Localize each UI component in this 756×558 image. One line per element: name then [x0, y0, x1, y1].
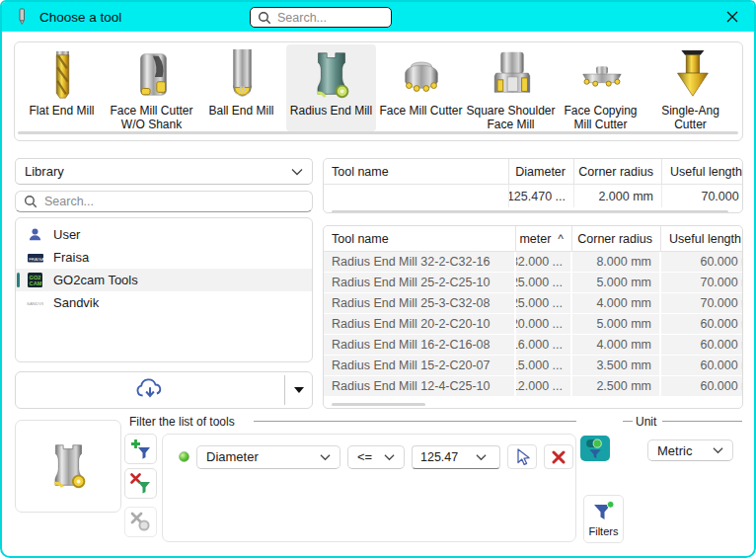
- cell-corner-radius: 8.000 mm: [572, 252, 661, 272]
- tool-type-single-angle-cutter[interactable]: Single-Ang Cutter: [645, 44, 735, 131]
- global-search-input[interactable]: [277, 11, 384, 25]
- face-mill-cutter-wo-shank-icon: [124, 47, 180, 103]
- library-search-box[interactable]: [15, 191, 313, 212]
- download-options-dropdown[interactable]: [286, 372, 312, 408]
- results-table-hscrollbar[interactable]: [332, 403, 734, 406]
- tool-type-label: Face Mill Cutter: [379, 104, 462, 118]
- svg-text:GO2: GO2: [30, 275, 41, 280]
- column-header-corner-radius[interactable]: Corner radius: [572, 226, 661, 251]
- delete-condition-button[interactable]: [544, 444, 573, 469]
- clear-filters-button-disabled[interactable]: [124, 507, 157, 537]
- tool-type-face-copying-mill-cutter[interactable]: Face Copying Mill Cutter: [556, 44, 645, 131]
- svg-text:FRAISA: FRAISA: [29, 256, 43, 261]
- cell-corner-radius: 5.000 mm: [572, 314, 661, 334]
- face-mill-cutter-icon: [394, 47, 449, 103]
- library-item-go2cam-tools[interactable]: GO2CAM GO2cam Tools: [16, 269, 312, 291]
- column-header-tool-name[interactable]: Tool name: [324, 226, 516, 251]
- current-tool-table-hscrollbar[interactable]: [332, 210, 734, 213]
- filters-funnel-icon: [592, 501, 615, 522]
- tool-strip-scrollbar[interactable]: [18, 131, 738, 134]
- filter-field-select[interactable]: Diameter: [196, 445, 340, 469]
- library-selector[interactable]: Library: [15, 158, 313, 185]
- filter-value-combo[interactable]: [412, 445, 500, 469]
- library-item-user[interactable]: User: [16, 223, 312, 246]
- chevron-down-icon: [476, 453, 487, 461]
- library-item-sandvik[interactable]: SANDVIK Sandvik: [16, 291, 312, 314]
- filter-operator-select[interactable]: <=: [347, 445, 405, 469]
- download-button-main[interactable]: [16, 372, 284, 408]
- tool-type-radius-end-mill[interactable]: Radius End Mill: [286, 44, 376, 131]
- unit-select[interactable]: Metric: [647, 439, 733, 461]
- table-row[interactable]: Radius End Mill 15-2-C20-07 15.000 ... 3…: [324, 356, 742, 376]
- tool-type-label: Square Shoulder Face Mill: [466, 104, 555, 131]
- clear-filter-disabled-icon: [130, 512, 151, 532]
- column-header-diameter-sorted[interactable]: meter ^: [516, 226, 572, 251]
- cell-diameter: 32.000 ...: [516, 252, 572, 272]
- table-row[interactable]: Radius End Mill 16-2-C16-08 16.000 ... 4…: [324, 335, 742, 356]
- column-header-diameter[interactable]: Diameter: [509, 159, 574, 184]
- cell-corner-radius: 4.000 mm: [572, 335, 661, 355]
- tool-type-face-mill-cutter[interactable]: Face Mill Cutter: [376, 44, 466, 131]
- remove-filter-button[interactable]: [124, 468, 157, 499]
- cell-useful-length: 70.000 mm: [661, 273, 743, 292]
- cell-tool-name: Radius End Mill 15-2-C20-07: [324, 356, 516, 375]
- tool-type-flat-end-mill[interactable]: Flat End Mill: [17, 44, 107, 131]
- table-row[interactable]: Radius End Mill 25-2-C25-10 25.000 ... 5…: [324, 273, 742, 293]
- single-angle-cutter-icon: [663, 47, 718, 103]
- choose-a-tool-dialog: Choose a tool Flat End Mill Face Mill Cu…: [0, 0, 756, 558]
- results-table-header: Tool name meter ^ Corner radius Useful l…: [324, 226, 742, 252]
- filter-condition-row: Diameter <=: [163, 435, 575, 469]
- library-search-input[interactable]: [44, 195, 304, 208]
- close-button[interactable]: [721, 6, 743, 28]
- cell-useful-length: 60.000 mm: [661, 335, 743, 355]
- column-header-useful-length[interactable]: Useful length: [662, 159, 743, 184]
- search-icon: [258, 11, 271, 25]
- cell-tool-name: [324, 185, 509, 207]
- filter-value-input[interactable]: [420, 450, 472, 464]
- tool-type-square-shoulder-face-mill[interactable]: Square Shoulder Face Mill: [466, 44, 556, 131]
- cell-diameter: 20.000 ...: [516, 314, 572, 334]
- unit-group-title: Unit: [636, 415, 656, 429]
- library-item-label: Fraisa: [53, 250, 89, 265]
- filters-button-label: Filters: [589, 525, 619, 537]
- cell-tool-name: Radius End Mill 32-2-C32-16: [324, 252, 516, 272]
- chevron-down-icon: [291, 168, 303, 176]
- cell-diameter: 12.000 ...: [516, 376, 572, 396]
- user-filter-toggle-button[interactable]: [580, 436, 610, 461]
- table-row[interactable]: Radius End Mill 20-2-C20-10 20.000 ... 5…: [324, 314, 742, 335]
- library-item-fraisa[interactable]: FRAISA Fraisa: [16, 246, 312, 269]
- library-selector-value: Library: [25, 164, 64, 179]
- library-item-label: Sandvik: [53, 295, 99, 310]
- table-row[interactable]: Radius End Mill 25-3-C32-08 25.000 ... 4…: [324, 293, 742, 314]
- global-search-box[interactable]: [250, 7, 392, 28]
- column-header-tool-name[interactable]: Tool name: [324, 159, 509, 184]
- sort-ascending-icon: ^: [558, 232, 564, 246]
- tool-type-label: Ball End Mill: [208, 104, 273, 118]
- tool-results-table: Tool name meter ^ Corner radius Useful l…: [323, 225, 743, 409]
- tool-type-face-mill-cutter-wo-shank[interactable]: Face Mill Cutter W/O Shank: [107, 44, 196, 131]
- cell-corner-radius: 2.000 mm: [574, 185, 662, 207]
- download-button-divider: [284, 375, 285, 405]
- column-header-corner-radius[interactable]: Corner radius: [574, 159, 662, 184]
- current-tool-table-header: Tool name Diameter Corner radius Useful …: [324, 159, 742, 185]
- cell-tool-name: Radius End Mill 20-2-C20-10: [324, 314, 516, 334]
- pick-value-button[interactable]: [507, 444, 537, 469]
- table-row[interactable]: Radius End Mill 12-4-C25-10 12.000 ... 2…: [324, 376, 742, 397]
- filters-button[interactable]: Filters: [583, 495, 624, 543]
- filter-field-value: Diameter: [206, 449, 259, 464]
- table-row[interactable]: Radius End Mill 32-2-C32-16 32.000 ... 8…: [324, 252, 742, 273]
- cell-tool-name: Radius End Mill 12-4-C25-10: [324, 376, 516, 396]
- library-item-label: GO2cam Tools: [53, 273, 138, 287]
- user-filter-icon: [583, 437, 607, 460]
- cell-useful-length: 70.000 mm: [662, 185, 743, 207]
- cell-tool-name: Radius End Mill 16-2-C16-08: [324, 335, 516, 355]
- filter-group-title: Filter the list of tools: [129, 415, 235, 429]
- current-tool-row[interactable]: 125.470 ... 2.000 mm 70.000 mm: [324, 185, 742, 207]
- download-library-button[interactable]: [15, 371, 313, 409]
- add-filter-button[interactable]: [124, 434, 157, 464]
- cell-diameter: 25.000 ...: [516, 273, 572, 292]
- cell-diameter: 16.000 ...: [516, 335, 572, 355]
- tool-type-ball-end-mill[interactable]: Ball End Mill: [196, 44, 286, 131]
- cell-tool-name: Radius End Mill 25-3-C32-08: [324, 293, 516, 313]
- column-header-useful-length[interactable]: Useful length: [661, 226, 743, 251]
